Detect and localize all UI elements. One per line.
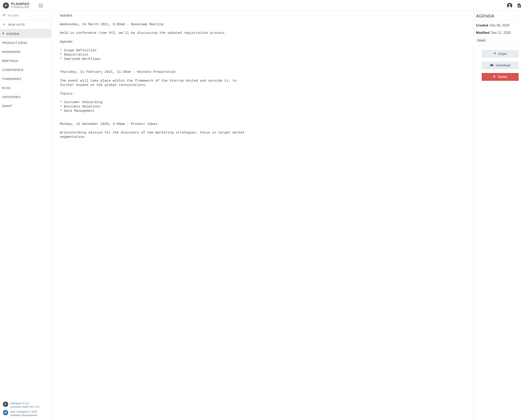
user-icon[interactable] bbox=[507, 3, 512, 8]
header-actions bbox=[507, 3, 522, 8]
note-item[interactable]: REMINDERS bbox=[0, 47, 51, 56]
svg-point-5 bbox=[3, 14, 5, 16]
note-item-label: MEETINGS bbox=[2, 59, 18, 63]
details-title: AGENDA bbox=[476, 14, 522, 21]
brand-logo: P bbox=[3, 2, 9, 9]
pin-icon bbox=[494, 52, 496, 56]
note-item-label: REMINDERS bbox=[2, 50, 20, 54]
note-item[interactable]: BLOG bbox=[0, 83, 51, 92]
editor-wrap: AGENDA Wednesday, 24 March 2021, 9:00am … bbox=[51, 11, 474, 420]
footer-logo-author: AT bbox=[3, 410, 8, 415]
app-header: P PLAINPAD STANDALONE bbox=[0, 0, 525, 11]
search-icon bbox=[3, 14, 6, 18]
plus-icon bbox=[3, 23, 6, 27]
svg-rect-4 bbox=[518, 7, 520, 7]
brand-title: PLAINPAD bbox=[11, 2, 29, 6]
note-item-label: BLOG bbox=[2, 86, 11, 90]
modified-label: Modified bbox=[476, 31, 489, 35]
download-label: Download bbox=[496, 64, 510, 67]
brand-subtitle: STANDALONE bbox=[11, 6, 29, 9]
note-item[interactable]: CONFERENCE bbox=[0, 65, 51, 74]
note-item[interactable]: AGENDA bbox=[0, 29, 51, 38]
main: AGENDA Wednesday, 24 March 2021, 9:00am … bbox=[51, 11, 525, 420]
brand[interactable]: P PLAINPAD STANDALONE bbox=[3, 2, 29, 9]
download-button[interactable]: Download bbox=[482, 62, 519, 69]
footer-author-role: Software Development bbox=[10, 413, 37, 417]
pin-icon bbox=[2, 32, 4, 36]
note-item[interactable]: DRAFT bbox=[0, 101, 51, 110]
cloud-download-icon bbox=[490, 64, 494, 67]
footer-license-prefix: Licensed under bbox=[10, 405, 29, 408]
filter-row[interactable] bbox=[0, 11, 51, 20]
footer-logo-app: P bbox=[3, 401, 8, 407]
sidebar: NEW NOTE AGENDAPRODUCT IDEASREMINDERSMEE… bbox=[0, 11, 51, 420]
created-label: Created bbox=[476, 24, 488, 27]
footer-author-link[interactable]: Alex Tselegidis bbox=[10, 410, 28, 413]
note-item-label: ITINERARIES bbox=[2, 77, 21, 81]
details-panel: AGENDA Created Dec 08, 2020 Modified Dec… bbox=[474, 11, 525, 420]
footer-author-copyright: © 2020 bbox=[28, 410, 37, 413]
note-item-label: CONFERENCE bbox=[2, 68, 24, 72]
menu-toggle-button[interactable] bbox=[38, 4, 43, 7]
footer-app-version: v1.0.0 bbox=[21, 402, 28, 405]
svg-point-1 bbox=[509, 4, 510, 6]
unpin-label: Unpin bbox=[498, 52, 507, 56]
note-item[interactable]: MEETINGS bbox=[0, 56, 51, 65]
svg-rect-2 bbox=[518, 5, 520, 6]
svg-rect-3 bbox=[518, 6, 520, 6]
note-item-label: PRODUCT IDEAS bbox=[2, 41, 27, 45]
new-note-button[interactable]: NEW NOTE bbox=[0, 20, 51, 29]
note-item-label: AGENDA bbox=[6, 32, 19, 36]
notes-list: AGENDAPRODUCT IDEASREMINDERSMEETINGSCONF… bbox=[0, 29, 51, 110]
note-item-label: GROCERIES bbox=[2, 95, 20, 99]
brand-text: PLAINPAD STANDALONE bbox=[11, 2, 29, 9]
note-item[interactable]: ITINERARIES bbox=[0, 74, 51, 83]
filter-input[interactable] bbox=[8, 14, 48, 17]
delete-label: Delete bbox=[498, 75, 507, 79]
saved-badge: Saved bbox=[476, 38, 487, 42]
note-editor[interactable]: AGENDA Wednesday, 24 March 2021, 9:00am … bbox=[60, 11, 249, 139]
svg-line-6 bbox=[5, 15, 5, 16]
modified-value: Dec 11, 2020 bbox=[491, 31, 511, 35]
trash-icon bbox=[493, 75, 496, 79]
note-item-label: DRAFT bbox=[2, 104, 12, 108]
unpin-button[interactable]: Unpin bbox=[482, 50, 519, 58]
delete-button[interactable]: Delete bbox=[482, 73, 519, 81]
footer-app-link[interactable]: Plainpad bbox=[10, 402, 21, 405]
note-item[interactable]: GROCERIES bbox=[0, 92, 51, 101]
sidebar-footer: P Plainpad v1.0.0 Licensed under GPL-3.0… bbox=[0, 398, 51, 420]
footer-license-link[interactable]: GPL-3.0 bbox=[29, 405, 39, 408]
new-note-label: NEW NOTE bbox=[8, 23, 25, 26]
created-value: Dec 08, 2020 bbox=[490, 24, 509, 27]
note-item[interactable]: PRODUCT IDEAS bbox=[0, 38, 51, 47]
note-details-icon[interactable] bbox=[517, 3, 522, 8]
